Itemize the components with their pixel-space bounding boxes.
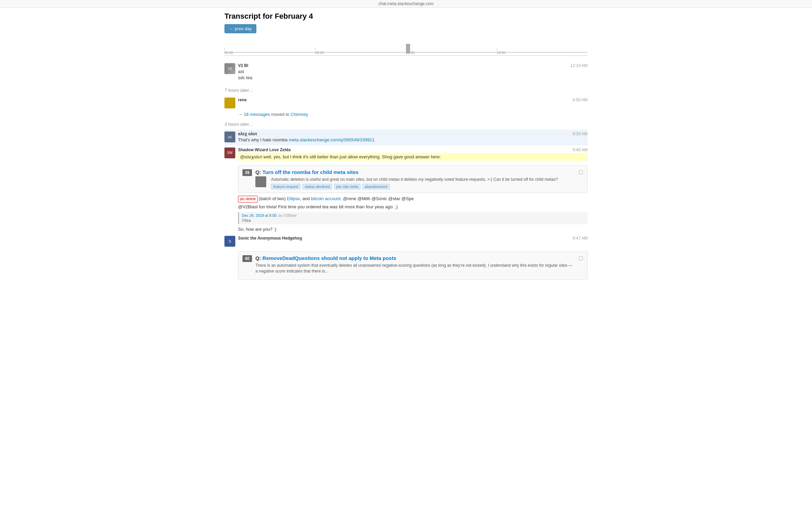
avatar-sonic: S — [224, 236, 235, 247]
question-title-1: Q: Turn off the roomba for child meta si… — [255, 169, 575, 175]
username-alex: αλεχ ολυτ — [238, 132, 588, 136]
message-text-shadow-extra2: @V2Blast fun trivia! First time you orde… — [238, 204, 588, 210]
message-content-v2blast: V2 Bl ast sdc tea — [238, 63, 588, 81]
quoted-meta: Dec 26, 2019 at 8:00, by V2Blast — [242, 213, 585, 217]
tag-status-declined[interactable]: status-declined — [303, 184, 332, 189]
site-url: chat.meta.stackexchange.com — [378, 1, 434, 6]
message-row-v2blast: V2 V2 Bl ast sdc tea 12:14 AM — [224, 61, 588, 83]
message-text-alex: That's why I hate roomba meta.stackexcha… — [238, 137, 588, 143]
avatar-shadow: SW — [224, 147, 235, 158]
message-time-alex: 9:33 AM — [573, 132, 588, 136]
message-time-v2blast: 12:14 AM — [570, 63, 588, 68]
timeline-tick-0600: 06:00 — [315, 48, 324, 55]
message-content-alex: αλεχ ολυτ That's why I hate roomba meta.… — [238, 132, 588, 143]
avatar-v2blast: V2 — [224, 63, 235, 74]
tag-abandonment[interactable]: abandonment — [362, 184, 389, 189]
question-body-1: Q: Turn off the roomba for child meta si… — [255, 169, 575, 190]
question-link-1[interactable]: Turn off the roomba for child meta sites — [263, 169, 358, 175]
question-card-2: 40 Q: RemoveDeadQuestions should not app… — [238, 251, 588, 280]
avatar-alex: αλ — [224, 132, 235, 142]
question-prefix-2: Q: — [255, 255, 263, 261]
prev-day-button[interactable]: ← prev day — [224, 24, 256, 33]
message-text-shadow-extra1: plz-delete (batch of two) Ellipse, and b… — [238, 196, 588, 202]
message-text-v2blast-2: sdc tea — [238, 75, 588, 81]
message-row-shadow: SW Shadow Wizard Love Zelda @αλεχολυτ we… — [224, 145, 588, 163]
username-sonic: Sonic the Anonymous Hedgehog — [238, 236, 588, 241]
question-link-2[interactable]: RemoveDeadQuestions should not apply to … — [263, 255, 396, 261]
timeline-activity-marker — [406, 44, 410, 53]
tag-feature-request[interactable]: feature-request — [271, 184, 301, 189]
quoted-date-link[interactable]: Dec 26, 2019 at 8:00 — [242, 213, 276, 217]
question-thumbnail-1 — [255, 176, 266, 187]
question-tags-1: feature-request status-declined per-site… — [271, 184, 558, 189]
time-gap-2: 3 hours later… — [224, 122, 588, 127]
username-shadow: Shadow Wizard Love Zelda — [238, 147, 588, 152]
quoted-message: Dec 26, 2019 at 8:00, by V2Blast !!/tea — [238, 212, 588, 224]
roomba-link[interactable]: meta.stackexchange.com/q/395549/339911 — [289, 137, 374, 142]
message-text-shadow-follow: So, how are you? :) — [238, 226, 588, 232]
timeline: 00:00 06:00 12:00 18:00 — [224, 39, 588, 56]
bitcoin-link[interactable]: bitcoin account — [311, 196, 341, 201]
page-title: Transcript for February 4 — [224, 12, 588, 21]
moved-messages-link[interactable]: 18 messages — [244, 112, 270, 117]
comment-icon-1: ☐ — [578, 169, 583, 176]
question-score-2: 40 — [242, 255, 252, 262]
message-time-sonic: 9:47 AM — [573, 236, 588, 241]
message-content-shadow: Shadow Wizard Love Zelda @αλεχολυτ well,… — [238, 147, 588, 161]
message-text-v2blast-1: ast — [238, 69, 588, 75]
message-row-sonic: S Sonic the Anonymous Hedgehog 9:47 AM — [224, 234, 588, 249]
comment-icon-2: ☐ — [578, 255, 583, 262]
tag-per-site-meta[interactable]: per-site-meta — [334, 184, 360, 189]
question-thumb-row-1: Automatic deletion is useful and great o… — [255, 175, 575, 190]
question-prefix-1: Q: — [255, 169, 263, 175]
question-card-1: 39 Q: Turn off the roomba for child meta… — [238, 165, 588, 193]
message-row-alex: αλ αλεχ ολυτ That's why I hate roomba me… — [224, 129, 588, 145]
system-message-rene: → 18 messages moved to Chimney — [238, 112, 588, 117]
timeline-tick-1800: 18:00 — [497, 48, 505, 55]
question-excerpt-1: Automatic deletion is useful and great o… — [271, 177, 558, 182]
site-header: chat.meta.stackexchange.com — [0, 0, 812, 8]
question-excerpt-2: There is an automated system that eventu… — [255, 263, 575, 274]
message-time-shadow: 9:40 AM — [573, 147, 588, 152]
avatar-rene — [224, 98, 235, 108]
chimney-link[interactable]: Chimney — [291, 112, 308, 117]
username-rene: rene — [238, 98, 588, 102]
message-content-sonic: Sonic the Anonymous Hedgehog — [238, 236, 588, 241]
message-row-rene: rene 6:50 AM — [224, 95, 588, 110]
message-time-rene: 6:50 AM — [573, 98, 588, 102]
ellipse-link[interactable]: Ellipse — [287, 196, 300, 201]
timeline-tick-0000: 00:00 — [224, 48, 233, 55]
question-score-1: 39 — [242, 169, 252, 176]
question-title-2: Q: RemoveDeadQuestions should not apply … — [255, 255, 575, 261]
quoted-text: !!/tea — [242, 218, 585, 223]
page-container: Transcript for February 4 ← prev day 00:… — [219, 8, 593, 286]
message-text-shadow-main: @αλεχολυτ well, yes, but I think it's st… — [240, 154, 441, 159]
time-gap-1: 7 hours later… — [224, 88, 588, 93]
message-highlighted-shadow: @αλεχολυτ well, yes, but I think it's st… — [238, 153, 588, 161]
username-v2blast: V2 Bl — [238, 63, 588, 68]
plz-delete-badge: plz-delete — [238, 196, 258, 202]
message-content-rene: rene — [238, 98, 588, 103]
question-body-2: Q: RemoveDeadQuestions should not apply … — [255, 255, 575, 276]
